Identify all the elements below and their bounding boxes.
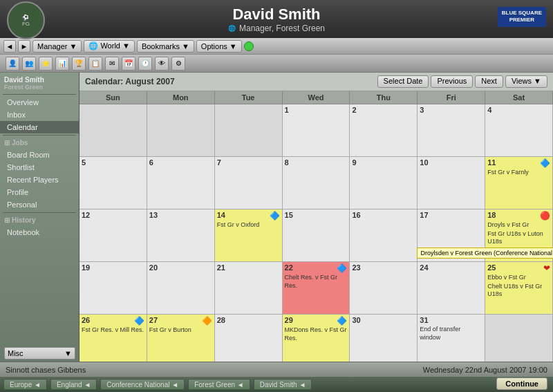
sidebar-item-profile[interactable]: Profile — [0, 186, 79, 198]
forward-button[interactable]: ► — [18, 40, 30, 53]
cell-aug-22[interactable]: 22 🔷 Chelt Res. v Fst Gr Res. — [283, 262, 350, 314]
header-tue: Tue — [215, 91, 283, 104]
icon-mail[interactable]: ✉ — [105, 57, 119, 71]
cell-aug-3[interactable]: 3 — [418, 104, 485, 156]
icon-trophy[interactable]: 🏆 — [72, 57, 86, 71]
top-header: ⚽FG David Smith 🌐 Manager, Forest Green … — [0, 0, 553, 38]
week-5: 26 🔷 Fst Gr Res. v Mill Res. 27 🔶 Fst Gr… — [79, 315, 553, 362]
calendar-day-headers: Sun Mon Tue Wed Thu Fri Sat — [79, 91, 553, 104]
club-logo: ⚽FG — [7, 1, 45, 39]
cell-aug-7[interactable]: 7 — [215, 157, 283, 209]
icon-eye[interactable]: 👁 — [155, 57, 169, 71]
taskbar: Europe ◄ England ◄ Conference National ◄… — [0, 377, 553, 392]
cell-aug-27[interactable]: 27 🔶 Fst Gr v Burton — [147, 315, 215, 362]
event-aug-31: End of transfer window — [420, 326, 482, 342]
sidebar-item-shortlist[interactable]: Shortlist — [0, 161, 79, 174]
back-button[interactable]: ◄ — [3, 40, 16, 53]
week-2: 5 6 7 8 9 10 11 🔷 Fst Gr v Farnly — [79, 157, 553, 209]
sidebar-item-overview[interactable]: Overview — [0, 96, 79, 109]
cell-aug-15[interactable]: 15 — [283, 209, 350, 261]
icon-person[interactable]: 👤 — [6, 57, 19, 71]
sidebar-divider-1 — [3, 94, 76, 95]
cell-aug-28[interactable]: 28 — [215, 315, 283, 362]
cell-aug-16[interactable]: 16 — [350, 209, 418, 261]
status-bar: Sinnott chases Gibbens Wednesday 22nd Au… — [0, 362, 553, 377]
cell-aug-25[interactable]: 25 ❤ Ebbo v Fst Gr Chelt U18s v Fst Gr U… — [485, 262, 553, 314]
cell-aug-5[interactable]: 5 — [79, 157, 147, 209]
icon-chart[interactable]: 📊 — [55, 57, 69, 71]
event-aug-18b: Fst Gr U18s v Luton U18s — [487, 230, 550, 246]
cell-aug-24[interactable]: 24 — [418, 262, 485, 314]
event-aug-25a: Ebbo v Fst Gr — [487, 274, 550, 282]
icon-person2[interactable]: 👥 — [22, 57, 36, 71]
icon-note[interactable]: 📋 — [88, 57, 102, 71]
player-name: David Smith — [228, 6, 325, 24]
sidebar-club-name: Forest Green — [4, 84, 75, 91]
sidebar-misc-container: Misc ▼ — [0, 345, 79, 362]
bookmarks-menu[interactable]: Bookmarks ▼ — [137, 40, 194, 53]
taskbar-conference[interactable]: Conference National ◄ — [100, 379, 185, 390]
icon-clock[interactable]: 🕐 — [138, 57, 152, 71]
continue-button[interactable]: Continue — [496, 377, 547, 390]
cell-aug-11[interactable]: 11 🔷 Fst Gr v Farnly — [485, 157, 553, 209]
sidebar-item-personal[interactable]: Personal — [0, 198, 79, 211]
cell-aug-6[interactable]: 6 — [147, 157, 215, 209]
flag-icon: 🌐 — [228, 25, 236, 32]
cell-aug-13[interactable]: 13 — [147, 209, 215, 261]
taskbar-forest-green[interactable]: Forest Green ◄ — [188, 379, 250, 390]
cell-aug-26[interactable]: 26 🔷 Fst Gr Res. v Mill Res. — [79, 315, 147, 362]
sidebar-item-recent-players[interactable]: Recent Players — [0, 174, 79, 186]
calendar-body: 1 2 3 4 5 6 7 8 9 10 11 🔷 — [79, 104, 553, 362]
cell-aug-30[interactable]: 30 — [350, 315, 418, 362]
week-4: 19 20 21 22 🔷 Chelt Res. v Fst Gr Res. 2… — [79, 262, 553, 315]
icon-star[interactable]: ⭐ — [39, 57, 53, 71]
cell-aug-14[interactable]: 14 🔷 Fst Gr v Oxford — [215, 209, 283, 261]
sidebar-item-calendar[interactable]: Calendar — [0, 121, 79, 133]
cell-aug-31[interactable]: 31 End of transfer window — [418, 315, 485, 362]
history-expand-icon: ⊞ — [4, 216, 10, 224]
event-aug-25b: Chelt U18s v Fst Gr U18s — [487, 283, 550, 299]
select-date-button[interactable]: Select Date — [377, 75, 429, 88]
cell-aug-29[interactable]: 29 🔷 MKDons Res. v Fst Gr Res. — [283, 315, 350, 362]
icon-settings[interactable]: ⚙ — [171, 57, 185, 71]
content-area: Calendar: August 2007 Select Date Previo… — [79, 73, 553, 362]
cell-aug-19[interactable]: 19 — [79, 262, 147, 314]
world-menu[interactable]: 🌐 World ▼ — [84, 40, 135, 53]
cell-aug-12[interactable]: 12 — [79, 209, 147, 261]
cell-aug-10[interactable]: 10 — [418, 157, 485, 209]
status-datetime: Wednesday 22nd August 2007 19:00 — [423, 366, 547, 374]
event-aug-18a: Droyls v Fst Gr — [487, 221, 550, 230]
cell-aug-1[interactable]: 1 — [283, 104, 350, 156]
taskbar-david-smith[interactable]: David Smith ◄ — [254, 379, 312, 390]
sidebar-divider-2 — [3, 135, 76, 136]
views-button[interactable]: Views ▼ — [505, 75, 547, 88]
cell-aug-8[interactable]: 8 — [283, 157, 350, 209]
cell-aug-2[interactable]: 2 — [350, 104, 418, 156]
manager-menu[interactable]: Manager ▼ — [32, 40, 82, 53]
cell-aug-20[interactable]: 20 — [147, 262, 215, 314]
sidebar-item-inbox[interactable]: Inbox — [0, 109, 79, 121]
cell-aug-9[interactable]: 9 — [350, 157, 418, 209]
sidebar-item-notebook[interactable]: Notebook — [0, 226, 79, 239]
sidebar: David Smith Forest Green Overview Inbox … — [0, 73, 79, 362]
next-button[interactable]: Next — [475, 75, 503, 88]
sidebar-item-boardroom[interactable]: Board Room — [0, 149, 79, 161]
misc-dropdown[interactable]: Misc ▼ — [4, 347, 75, 360]
cell-aug-18[interactable]: 18 🔴 Droyls v Fst Gr Fst Gr U18s v Luton… — [485, 209, 553, 261]
event-icon-29: 🔷 — [337, 316, 347, 326]
sidebar-profile: David Smith Forest Green — [0, 74, 79, 93]
cell-aug-4[interactable]: 4 — [485, 104, 553, 156]
cell-aug-21[interactable]: 21 — [215, 262, 283, 314]
taskbar-england[interactable]: England ◄ — [50, 379, 97, 390]
cell-aug-23[interactable]: 23 — [350, 262, 418, 314]
tooltip-aug-18: Droylsden v Forest Green (Conference Nat… — [417, 248, 553, 259]
sidebar-section-jobs: ⊞ Jobs — [0, 137, 79, 149]
cell-empty-2 — [147, 104, 215, 156]
taskbar-europe[interactable]: Europe ◄ — [3, 379, 47, 390]
cell-empty-1 — [79, 104, 147, 156]
icon-calendar[interactable]: 📅 — [122, 57, 135, 71]
sidebar-divider-3 — [3, 212, 76, 213]
options-menu[interactable]: Options ▼ — [196, 40, 242, 53]
event-icon-26: 🔷 — [134, 316, 144, 326]
prev-button[interactable]: Previous — [431, 75, 473, 88]
